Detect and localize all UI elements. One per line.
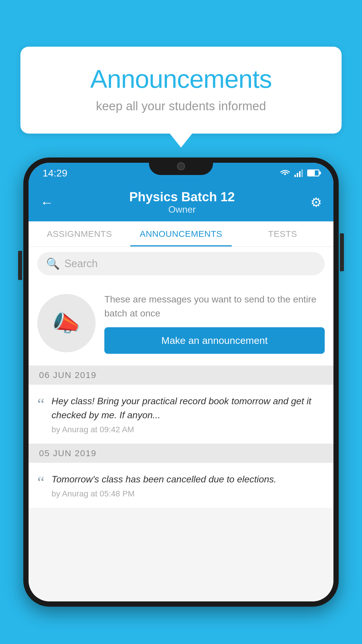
search-bar[interactable]: 🔍 Search (37, 252, 325, 275)
battery-icon (307, 169, 319, 176)
announcement-content-2: Tomorrow's class has been cancelled due … (52, 472, 325, 498)
megaphone-icon: 📣 (52, 309, 81, 337)
search-placeholder: Search (64, 258, 98, 270)
announcement-meta-1: by Anurag at 09:42 AM (52, 425, 325, 434)
phone-screen: 14:29 (29, 163, 333, 601)
phone-notch (149, 158, 213, 175)
svg-rect-2 (299, 171, 301, 177)
batch-title: Physics Batch 12 (54, 190, 310, 204)
date-label-1: 06 JUN 2019 (39, 370, 96, 380)
bubble-subtitle: keep all your students informed (44, 99, 318, 113)
promo-icon-circle: 📣 (37, 294, 96, 352)
content-area: 🔍 Search 📣 These are messages you want t… (29, 247, 333, 601)
promo-card: 📣 These are messages you want to send to… (29, 281, 333, 365)
date-separator-1: 06 JUN 2019 (29, 365, 333, 385)
back-button[interactable]: ← (40, 195, 54, 210)
header-center: Physics Batch 12 Owner (54, 190, 310, 215)
svg-rect-0 (294, 175, 296, 177)
svg-rect-3 (301, 169, 303, 177)
announcement-content-1: Hey class! Bring your practical record b… (52, 394, 325, 434)
announcement-item-1[interactable]: “ Hey class! Bring your practical record… (29, 385, 333, 444)
status-time: 14:29 (43, 167, 67, 179)
announcement-text-1: Hey class! Bring your practical record b… (52, 394, 325, 422)
speech-bubble-card: Announcements keep all your students inf… (20, 47, 342, 134)
wifi-icon (280, 169, 290, 177)
settings-gear-icon[interactable]: ⚙ (310, 195, 322, 210)
quote-icon-1: “ (37, 394, 45, 412)
quote-icon-2: “ (37, 472, 45, 490)
phone-outer: 14:29 (23, 158, 339, 607)
status-icons (280, 169, 319, 177)
announcement-text-2: Tomorrow's class has been cancelled due … (52, 472, 325, 486)
search-container: 🔍 Search (29, 247, 333, 281)
phone-container: 14:29 (23, 158, 339, 644)
tab-announcements[interactable]: ANNOUNCEMENTS (130, 221, 232, 246)
speech-bubble-section: Announcements keep all your students inf… (20, 47, 342, 134)
date-separator-2: 05 JUN 2019 (29, 444, 333, 463)
svg-rect-1 (297, 173, 298, 177)
tab-tests[interactable]: TESTS (232, 221, 333, 246)
announcement-meta-2: by Anurag at 05:48 PM (52, 489, 325, 498)
make-announcement-button[interactable]: Make an announcement (104, 327, 325, 354)
tab-assignments[interactable]: ASSIGNMENTS (29, 221, 130, 246)
promo-right: These are messages you want to send to t… (104, 292, 325, 354)
promo-description: These are messages you want to send to t… (104, 292, 325, 320)
owner-label: Owner (54, 204, 310, 215)
date-label-2: 05 JUN 2019 (39, 448, 96, 458)
announcement-item-2[interactable]: “ Tomorrow's class has been cancelled du… (29, 463, 333, 508)
bubble-title: Announcements (44, 64, 318, 94)
tabs-bar: ASSIGNMENTS ANNOUNCEMENTS TESTS (29, 221, 333, 247)
search-icon: 🔍 (46, 257, 60, 270)
signal-icon (294, 169, 303, 177)
front-camera (177, 162, 185, 170)
app-header: ← Physics Batch 12 Owner ⚙ (29, 183, 333, 221)
